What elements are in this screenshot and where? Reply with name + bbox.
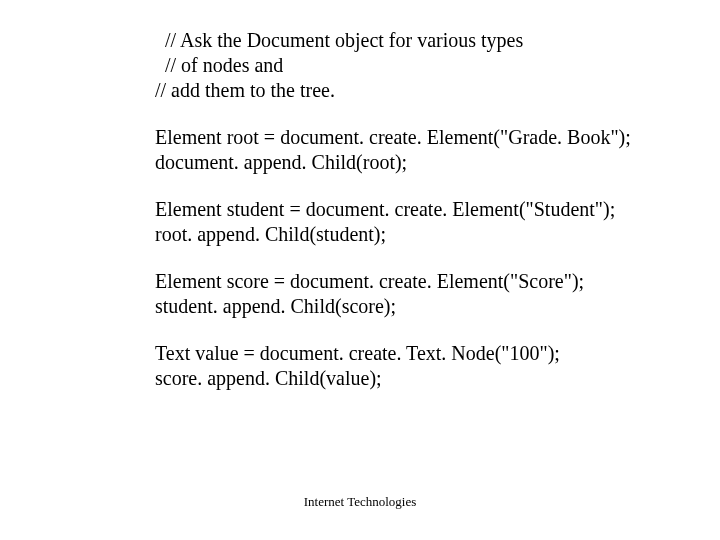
comment-line-3: // add them to the tree. (155, 78, 695, 103)
slide-body: // Ask the Document object for various t… (155, 28, 695, 413)
code-line: student. append. Child(score); (155, 294, 695, 319)
comment-line-2: // of nodes and (155, 53, 695, 78)
code-block-score: Element score = document. create. Elemen… (155, 269, 695, 319)
code-line: Element root = document. create. Element… (155, 125, 695, 150)
code-block-root: Element root = document. create. Element… (155, 125, 695, 175)
slide-footer: Internet Technologies (0, 494, 720, 510)
code-block-student: Element student = document. create. Elem… (155, 197, 695, 247)
code-line: root. append. Child(student); (155, 222, 695, 247)
code-line: Text value = document. create. Text. Nod… (155, 341, 695, 366)
code-line: Element score = document. create. Elemen… (155, 269, 695, 294)
code-line: score. append. Child(value); (155, 366, 695, 391)
comment-block: // Ask the Document object for various t… (155, 28, 695, 103)
code-block-value: Text value = document. create. Text. Nod… (155, 341, 695, 391)
code-line: Element student = document. create. Elem… (155, 197, 695, 222)
code-line: document. append. Child(root); (155, 150, 695, 175)
comment-line-1: // Ask the Document object for various t… (155, 28, 695, 53)
